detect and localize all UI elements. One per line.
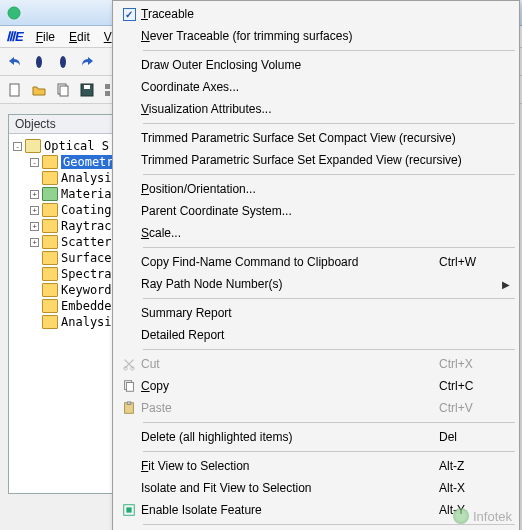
menu-separator [143,123,515,124]
expand-toggle[interactable]: - [30,158,39,167]
folder-icon [42,187,58,201]
svg-rect-19 [126,507,131,512]
menu-trimmed-expanded[interactable]: Trimmed Parametric Surface Set Expanded … [115,149,517,171]
menu-vis-attr[interactable]: Visualization Attributes...Visualization… [115,98,517,120]
menu-ray-path[interactable]: Ray Path Node Number(s) ▶ [115,273,517,295]
tree-item[interactable]: - Optical S [11,138,115,154]
menu-position[interactable]: Position/Orientation...Position/Orientat… [115,178,517,200]
copy-doc-icon[interactable] [54,81,72,99]
tree-item[interactable]: + Materials [11,186,115,202]
tree-item[interactable]: Keywords [11,282,115,298]
menu-detailed-report[interactable]: Detailed Report [115,324,517,346]
menu-fit-view[interactable]: Fit View to SelectionFit View to Selecti… [115,455,517,477]
menu-never-traceable[interactable]: Never Traceable (for trimming surfaces)N… [115,25,517,47]
menu-edit[interactable]: EditEdit [63,28,96,46]
tree-item[interactable]: Spectra [11,266,115,282]
menu-parent-coord[interactable]: Parent Coordinate System... [115,200,517,222]
expand-toggle[interactable]: - [13,142,22,151]
tree-item[interactable]: Surface R [11,250,115,266]
tree-item[interactable]: Analysis [11,314,115,330]
watermark-icon [453,508,469,524]
svg-rect-8 [105,84,110,89]
svg-point-1 [36,56,42,68]
tree-item[interactable]: + Coatings [11,202,115,218]
menu-delete[interactable]: Delete (all highlighted items) Del [115,426,517,448]
cut-icon [117,357,141,371]
tree-item[interactable]: + Raytrace [11,218,115,234]
tree-item[interactable]: + Scatterer [11,234,115,250]
context-menu: ✓ TraceableTraceable Never Traceable (fo… [112,0,520,530]
new-doc-icon[interactable] [6,81,24,99]
app-logo: ⅢE [6,29,24,44]
menu-paste[interactable]: Paste Ctrl+V [115,397,517,419]
folder-icon [42,171,58,185]
menu-isolate-fit[interactable]: Isolate and Fit View to Selection Alt-X [115,477,517,499]
menu-separator [143,174,515,175]
watermark-text: Infotek [473,509,512,524]
menu-copy-findname[interactable]: Copy Find-Name Command to Clipboard Ctrl… [115,251,517,273]
folder-icon [42,235,58,249]
tree-item[interactable]: Embedded [11,298,115,314]
expand-toggle[interactable]: + [30,222,39,231]
menu-separator [143,247,515,248]
expand-toggle[interactable]: + [30,190,39,199]
menu-coord-axes[interactable]: Coordinate Axes... [115,76,517,98]
menu-separator [143,451,515,452]
svg-rect-3 [10,84,19,96]
svg-rect-15 [126,383,133,392]
folder-icon [42,267,58,281]
folder-icon [42,299,58,313]
menu-traceable[interactable]: ✓ TraceableTraceable [115,3,517,25]
svg-point-0 [8,7,20,19]
object-tree: - Optical S - Geometry Analysis + Materi… [9,134,117,334]
folder-icon [42,219,58,233]
menu-summary-report[interactable]: Summary Report [115,302,517,324]
menu-trimmed-compact[interactable]: Trimmed Parametric Surface Set Compact V… [115,127,517,149]
redo-icon[interactable] [78,53,96,71]
svg-rect-7 [84,85,90,89]
folder-icon [42,203,58,217]
tool-icon-2[interactable] [54,53,72,71]
menu-separator [143,349,515,350]
menu-separator [143,422,515,423]
save-icon[interactable] [78,81,96,99]
app-icon [6,5,22,21]
svg-point-2 [60,56,66,68]
folder-icon [42,315,58,329]
svg-rect-10 [105,91,110,96]
menu-file[interactable]: FFileile [30,28,61,46]
copy-icon [117,379,141,393]
tree-item[interactable]: - Geometry [11,154,115,170]
isolate-icon [117,503,141,517]
open-folder-icon[interactable] [30,81,48,99]
menu-cut[interactable]: Cut Ctrl+X [115,353,517,375]
folder-icon [42,155,58,169]
menu-separator [143,524,515,525]
objects-panel: Objects - Optical S - Geometry Analysis … [8,114,118,494]
tool-icon-1[interactable] [30,53,48,71]
panel-title: Objects [9,115,117,134]
folder-icon [42,251,58,265]
menu-copy[interactable]: CopyCopy Ctrl+C [115,375,517,397]
expand-toggle[interactable]: + [30,238,39,247]
paste-icon [117,401,141,415]
svg-rect-17 [127,402,131,405]
menu-separator [143,50,515,51]
svg-rect-5 [60,86,68,96]
undo-icon[interactable] [6,53,24,71]
menu-separator [143,298,515,299]
watermark: Infotek [453,508,512,524]
expand-toggle[interactable]: + [30,206,39,215]
menu-draw-outer[interactable]: Draw Outer Enclosing Volume [115,54,517,76]
submenu-arrow-icon: ▶ [499,279,513,290]
check-icon: ✓ [123,8,136,21]
menu-scale[interactable]: Scale...Scale... [115,222,517,244]
folder-icon [25,139,41,153]
tree-item[interactable]: Analysis [11,170,115,186]
folder-icon [42,283,58,297]
